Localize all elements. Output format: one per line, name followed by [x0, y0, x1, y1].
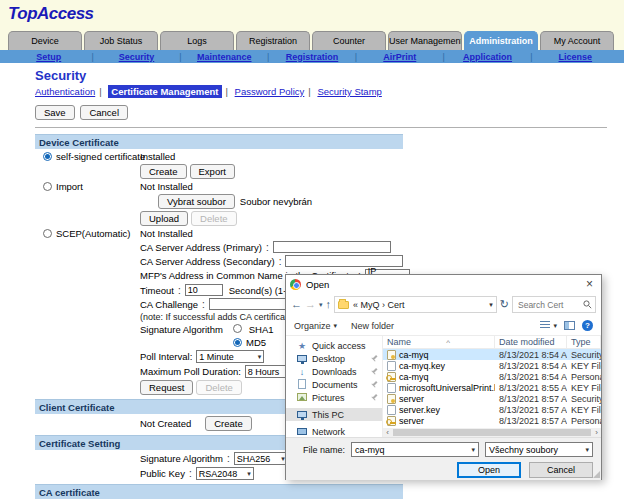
column-name[interactable]: Name ^: [383, 336, 495, 348]
radio-self-signed[interactable]: [43, 152, 52, 161]
sidebar-item-this-pc[interactable]: This PC: [286, 408, 382, 421]
scroll-right-icon[interactable]: ›: [592, 428, 601, 437]
close-icon[interactable]: ×: [582, 277, 597, 291]
poll-interval-select[interactable]: 1 Minute ▾: [196, 350, 264, 363]
file-row[interactable]: ca-myq.key 8/13/2021 8:54 AM KEY File: [383, 360, 601, 371]
cancel-button[interactable]: Cancel: [80, 105, 128, 120]
view-mode-button[interactable]: ▾: [540, 321, 557, 330]
subnav-registration[interactable]: Registration: [269, 52, 354, 62]
scep-signature-label: Signature Algorithm: [140, 324, 223, 335]
resize-grip[interactable]: [593, 471, 600, 478]
open-button[interactable]: Open: [457, 462, 521, 478]
timeout-input[interactable]: [185, 284, 223, 296]
personal-certificate-icon: [387, 372, 396, 382]
sidebar-item-pictures[interactable]: Pictures: [286, 391, 382, 404]
file-row[interactable]: ca-myq 8/13/2021 8:54 AM Security C: [383, 349, 601, 360]
preview-pane-icon[interactable]: [564, 321, 575, 330]
delete-button: Delete: [191, 211, 236, 226]
link-security-stamp[interactable]: Security Stamp: [317, 86, 381, 97]
subnav-maintenance[interactable]: Maintenance: [182, 52, 267, 62]
file-type-combo[interactable]: Všechny soubory ▾: [485, 442, 593, 457]
scep-status: Not Installed: [140, 228, 193, 239]
sidebar-item-downloads[interactable]: ↓ Downloads: [286, 365, 382, 378]
chevron-down-icon: ▾: [247, 470, 251, 478]
sidebar-item-documents[interactable]: Documents: [286, 378, 382, 391]
request-button[interactable]: Request: [140, 380, 193, 395]
subnav-security[interactable]: Security: [94, 52, 179, 62]
new-folder-button[interactable]: New folder: [351, 321, 394, 331]
radio-md5[interactable]: [233, 338, 242, 347]
search-icon: [583, 300, 592, 309]
up-icon[interactable]: ↑: [326, 299, 332, 310]
navigation-pane: ★ Quick access Desktop ↓ Downloads Docum…: [286, 336, 383, 437]
upload-button[interactable]: Upload: [140, 211, 188, 226]
column-date-modified[interactable]: Date modified: [495, 336, 567, 348]
tab-logs[interactable]: Logs: [160, 31, 234, 50]
address-bar[interactable]: « MyQ › Cert ▾: [334, 296, 497, 313]
subnav-license[interactable]: License: [533, 52, 618, 62]
scroll-left-icon[interactable]: ‹: [383, 428, 392, 437]
file-row[interactable]: ca-myq 8/13/2021 8:54 AM Personal I: [383, 371, 601, 382]
radio-sha1[interactable]: [233, 324, 242, 333]
pin-icon: [371, 355, 378, 362]
link-password-policy[interactable]: Password Policy: [235, 86, 305, 97]
sidebar-item-network[interactable]: Network: [286, 425, 382, 437]
sha1-label: SHA1: [249, 324, 274, 335]
tab-job-status[interactable]: Job Status: [84, 31, 158, 50]
public-key-select[interactable]: RSA2048 ▾: [196, 467, 254, 480]
dialog-titlebar[interactable]: Open ×: [286, 275, 601, 293]
help-icon[interactable]: ?: [582, 320, 593, 331]
md5-label: MD5: [246, 337, 266, 348]
search-box[interactable]: [512, 296, 596, 313]
organize-menu[interactable]: Organize ▾: [294, 321, 337, 331]
chevron-down-icon: ▾: [258, 353, 262, 361]
radio-scep[interactable]: [43, 229, 52, 238]
breadcrumb: « MyQ › Cert: [353, 300, 486, 310]
dialog-body: ★ Quick access Desktop ↓ Downloads Docum…: [286, 336, 601, 437]
column-headers: Name ^ Date modified Type: [383, 336, 601, 349]
file-list-pane: Name ^ Date modified Type ca-myq 8/13/20…: [383, 336, 601, 437]
signature-algorithm-select[interactable]: SHA256 ▾: [234, 452, 288, 465]
pictures-icon: [296, 393, 308, 403]
link-certificate-management[interactable]: Certificate Management: [108, 85, 221, 98]
create-button[interactable]: Create: [205, 416, 252, 431]
file-row[interactable]: server 8/13/2021 8:57 AM Security C: [383, 393, 601, 404]
ca-primary-input[interactable]: [273, 241, 391, 253]
tab-device[interactable]: Device: [8, 31, 82, 50]
chevron-down-icon: ▾: [489, 301, 493, 309]
tab-registration[interactable]: Registration: [236, 31, 310, 50]
scrollbar-thumb[interactable]: [393, 429, 591, 436]
column-type[interactable]: Type: [567, 336, 601, 348]
choose-file-button[interactable]: Vybrat soubor: [158, 194, 235, 209]
security-certificate-icon: [387, 394, 396, 404]
history-chevron-icon[interactable]: ▾: [319, 301, 323, 308]
subnav-setup[interactable]: Setup: [6, 52, 91, 62]
dialog-footer: File name: ca-myq ▾ Všechny soubory ▾ Op…: [286, 437, 601, 480]
link-authentication[interactable]: Authentication: [35, 86, 95, 97]
tab-my-account[interactable]: My Account: [540, 31, 614, 50]
back-icon[interactable]: ←: [291, 299, 302, 310]
tab-user-management[interactable]: User Management: [388, 31, 462, 50]
file-row[interactable]: server 8/13/2021 8:57 AM Personal I: [383, 415, 601, 426]
forward-icon[interactable]: →: [305, 299, 316, 310]
search-input[interactable]: [516, 299, 583, 311]
create-button[interactable]: Create: [140, 164, 187, 179]
file-name-combo[interactable]: ca-myq ▾: [351, 442, 479, 457]
dialog-navigation: ← → ▾ ↑ « MyQ › Cert ▾ ↻: [286, 293, 601, 316]
file-row[interactable]: microsoftUniversalPrint.key 8/13/2021 8:…: [383, 382, 601, 393]
tab-administration[interactable]: Administration: [464, 31, 538, 50]
self-signed-status: Installed: [140, 151, 175, 162]
file-icon: [387, 383, 396, 393]
horizontal-scrollbar[interactable]: ‹ ›: [383, 428, 601, 437]
file-row[interactable]: server.key 8/13/2021 8:57 AM KEY File: [383, 404, 601, 415]
subnav-airprint[interactable]: AirPrint: [357, 52, 442, 62]
refresh-icon[interactable]: ↻: [500, 299, 509, 310]
sidebar-item-quick-access[interactable]: ★ Quick access: [286, 339, 382, 352]
sidebar-item-desktop[interactable]: Desktop: [286, 352, 382, 365]
subnav-application[interactable]: Application: [445, 52, 530, 62]
radio-import[interactable]: [43, 182, 52, 191]
export-button[interactable]: Export: [190, 164, 235, 179]
dialog-cancel-button[interactable]: Cancel: [529, 462, 593, 478]
save-button[interactable]: Save: [35, 105, 75, 120]
tab-counter[interactable]: Counter: [312, 31, 386, 50]
